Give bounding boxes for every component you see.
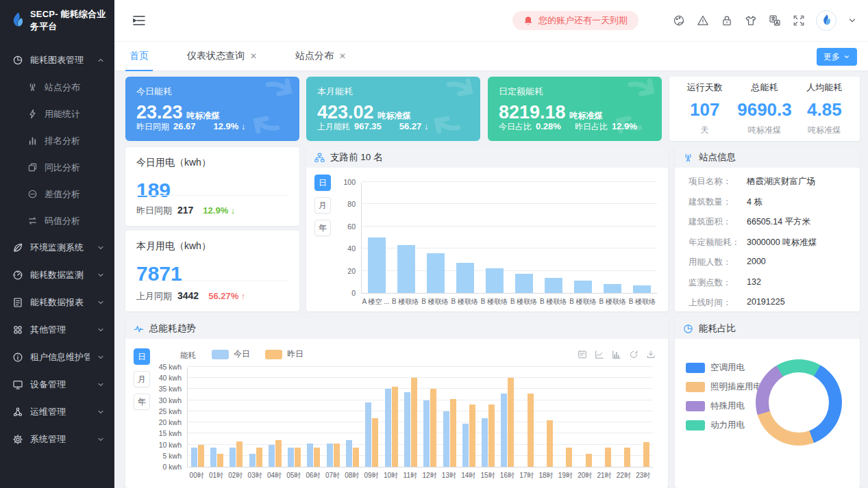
- trend-bar: [191, 448, 197, 467]
- pie-legend-item-动力用电[interactable]: 动力用电: [686, 420, 762, 431]
- account-expiry-alert[interactable]: 您的账户还有一天到期: [512, 11, 638, 30]
- tab-1[interactable]: 仪表状态查询✕: [183, 42, 261, 71]
- pie-panel-title: 能耗占比: [699, 322, 736, 335]
- trend-bar-group: [188, 368, 207, 467]
- trend-bar: [411, 378, 417, 467]
- tab-close-icon[interactable]: ✕: [339, 51, 346, 61]
- trend-bar: [469, 404, 475, 467]
- lock-icon[interactable]: [721, 14, 733, 27]
- chevron-icon: [97, 326, 105, 334]
- monitor-icon: [12, 379, 23, 390]
- chevron-icon: [97, 56, 105, 64]
- trend-bar-group: [304, 368, 323, 467]
- trend-bar: [275, 440, 282, 467]
- trend-bar: [346, 440, 352, 467]
- sidebar-subitem-0-4[interactable]: 差值分析: [0, 181, 114, 207]
- trend-bar: [314, 448, 320, 467]
- sidebar-subitem-0-1[interactable]: 用能统计: [0, 101, 114, 127]
- user-avatar[interactable]: [816, 10, 836, 31]
- trend-bar-group: [498, 368, 517, 467]
- sidebar-item-8[interactable]: 系统管理: [0, 426, 114, 453]
- trend-bar-group: [634, 368, 653, 467]
- stat-card-0: 今日能耗23.23吨标准煤昨日同期26.6712.9% ↓: [125, 77, 299, 141]
- sidebar-item-3[interactable]: 能耗数据报表: [0, 289, 114, 316]
- pie-legend-item-照明插座用电[interactable]: 照明插座用电: [686, 381, 762, 393]
- more-button[interactable]: 更多: [817, 48, 857, 66]
- trend-bar-group: [227, 368, 246, 467]
- report-icon: [12, 297, 23, 308]
- branch-bar-group: [391, 183, 421, 293]
- pie-legend-item-空调用电[interactable]: 空调用电: [686, 362, 762, 374]
- chevron-icon: [97, 244, 105, 252]
- summary-total-energy: 总能耗9690.3吨标准煤: [734, 81, 794, 136]
- sidebar-item-5[interactable]: 租户信息维护管理: [0, 344, 114, 371]
- sidebar-subitem-0-0[interactable]: 站点分布: [0, 74, 114, 101]
- trend-bar-group: [575, 368, 595, 467]
- nodes-icon: [12, 407, 23, 418]
- trend-bar-group: [459, 368, 478, 467]
- antenna-icon: [27, 82, 38, 92]
- trend-bar: [385, 389, 391, 467]
- branch-bar-group: [569, 183, 598, 293]
- trend-plot: 0 kwh5 kwh10 kwh15 kwh20 kwh25 kwh30 kwh…: [187, 368, 653, 467]
- pie-panel-header: 能耗占比: [675, 318, 860, 339]
- sidebar-subitem-0-2[interactable]: 排名分析: [0, 127, 114, 154]
- branch-bar: [427, 253, 445, 293]
- energy-share-donut: [756, 359, 842, 446]
- trend-bar: [482, 418, 488, 467]
- branch-bar-group: [362, 183, 391, 293]
- branch-bar: [397, 245, 415, 293]
- translate-icon[interactable]: [769, 14, 781, 27]
- warning-icon[interactable]: [697, 14, 709, 27]
- trend-bar: [372, 418, 378, 467]
- trend-bar: [508, 378, 514, 467]
- trend-bar: [210, 448, 216, 467]
- energy-share-panel: 能耗占比 空调用电照明插座用电特殊用电动力用电: [675, 318, 860, 488]
- tab-bar: 首页仪表状态查询✕站点分布✕ 更多: [114, 41, 868, 71]
- sidebar-item-2[interactable]: 能耗数据监测: [0, 261, 114, 289]
- sidebar-item-7[interactable]: 运维管理: [0, 398, 114, 426]
- branch-bar: [486, 268, 504, 293]
- gauge-icon: [12, 270, 23, 281]
- minus-circle-icon: [27, 189, 38, 199]
- sidebar-item-0[interactable]: 能耗图表管理: [0, 47, 114, 74]
- chevron-icon: [97, 381, 105, 389]
- sidebar-subitem-0-3[interactable]: 同比分析: [0, 154, 114, 181]
- sidebar-item-1[interactable]: 环境监测系统: [0, 234, 114, 261]
- theme-icon[interactable]: [745, 14, 757, 27]
- sidebar-item-6[interactable]: 设备管理: [0, 371, 114, 398]
- trend-bar: [443, 411, 449, 467]
- trend-bar-group: [207, 368, 226, 467]
- branch-bar: [515, 274, 533, 293]
- trend-bar-group: [615, 368, 634, 467]
- trend-bar-group: [556, 368, 575, 467]
- trend-bar: [307, 444, 313, 467]
- sidebar-subitem-0-5[interactable]: 码值分析: [0, 207, 114, 234]
- tab-2[interactable]: 站点分布✕: [291, 42, 350, 71]
- trend-bar: [353, 448, 359, 467]
- gear-icon: [12, 434, 23, 445]
- trend-bar: [450, 399, 456, 467]
- tab-close-icon[interactable]: ✕: [250, 51, 257, 61]
- pie-legend-item-特殊用电[interactable]: 特殊用电: [686, 400, 762, 412]
- user-menu-chevron-down-icon[interactable]: [847, 16, 857, 25]
- stat-card-1: 本月能耗423.02吨标准煤上月能耗967.3556.27 ↓: [306, 77, 480, 141]
- trend-bar: [230, 448, 236, 467]
- tab-0[interactable]: 首页: [125, 42, 153, 71]
- trend-bar-group: [284, 368, 303, 467]
- collapse-menu-icon[interactable]: [132, 14, 146, 27]
- trend-bar-group: [440, 368, 459, 467]
- bell-icon: [523, 16, 533, 26]
- trend-bar: [236, 441, 243, 467]
- branch-plot: 020406080100: [361, 183, 657, 294]
- branch-bar-group: [539, 183, 569, 293]
- chevron-icon: [97, 353, 105, 361]
- trend-bar: [643, 442, 649, 467]
- branch-x-axis: A 楼空 ...B 楼联络B 楼联络B 楼联络B 楼联络B 楼联络B 楼联络B …: [361, 297, 657, 307]
- fullscreen-icon[interactable]: [793, 14, 805, 27]
- sidebar-item-4[interactable]: 其他管理: [0, 316, 114, 344]
- antenna-icon: [683, 153, 693, 163]
- usage-card-0: 今日用电（kwh）189昨日同期21712.9% ↓: [125, 147, 299, 226]
- trend-bar-group: [517, 368, 536, 467]
- palette-icon[interactable]: [673, 14, 685, 27]
